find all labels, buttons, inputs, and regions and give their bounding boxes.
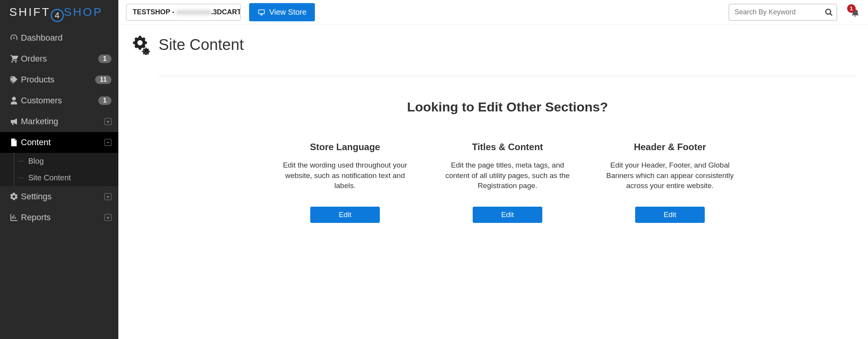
nav-orders[interactable]: Orders 1: [0, 48, 118, 69]
search-wrap: [729, 4, 837, 21]
view-store-label: View Store: [269, 8, 306, 17]
svg-rect-0: [259, 10, 265, 14]
nav-label: Reports: [21, 212, 104, 223]
sidebar: SHIFT4SHOP Dashboard Orders 1 Products 1…: [0, 0, 118, 339]
orders-badge: 1: [98, 55, 111, 63]
edit-store-language-button[interactable]: Edit: [310, 207, 380, 223]
cart-icon: [7, 54, 21, 63]
chart-icon: [7, 213, 21, 222]
store-id-blurred: xxxxxxxxxx: [176, 8, 211, 16]
nav-label: Products: [21, 75, 95, 85]
tags-icon: [7, 75, 21, 84]
nav-marketing[interactable]: Marketing +: [0, 111, 118, 132]
card-title: Header & Footer: [600, 142, 740, 152]
subnav-site-content[interactable]: Site Content: [14, 170, 118, 186]
svg-point-1: [826, 9, 831, 14]
nav-settings[interactable]: Settings +: [0, 186, 118, 207]
main-area: TESTSHOP - xxxxxxxxxx.3DCARTST View Stor…: [118, 0, 868, 339]
divider: [159, 76, 856, 76]
nav-label: Orders: [21, 54, 98, 64]
expand-icon: +: [104, 118, 111, 125]
card-desc: Edit the page titles, meta tags, and con…: [438, 160, 577, 193]
edit-titles-content-button[interactable]: Edit: [473, 207, 542, 223]
subnav-label: Site Content: [28, 173, 71, 182]
nav-dashboard[interactable]: Dashboard: [0, 27, 118, 48]
edit-header-footer-button[interactable]: Edit: [635, 207, 705, 223]
nav-reports[interactable]: Reports +: [0, 207, 118, 228]
card-store-language: Store Language Edit the wording used thr…: [275, 142, 415, 223]
store-prefix: TESTSHOP -: [133, 8, 176, 16]
monitor-icon: [258, 9, 265, 16]
bullhorn-icon: [7, 117, 21, 126]
file-icon: [7, 138, 21, 147]
nav-customers[interactable]: Customers 1: [0, 90, 118, 111]
card-titles-content: Titles & Content Edit the page titles, m…: [438, 142, 577, 223]
nav-label: Marketing: [21, 116, 104, 127]
search-input[interactable]: [729, 4, 837, 21]
notifications-button[interactable]: 1: [850, 7, 860, 17]
card-desc: Edit the wording used throughout your we…: [275, 160, 415, 193]
customers-badge: 1: [98, 96, 111, 105]
subnav-blog[interactable]: Blog: [14, 153, 118, 170]
dashboard-icon: [7, 33, 21, 43]
store-suffix: .3DCARTST: [211, 8, 241, 16]
nav-label: Content: [21, 137, 104, 147]
content-panel: Looking to Edit Other Sections? Store La…: [147, 60, 868, 246]
notification-badge: 1: [847, 4, 856, 13]
expand-icon: +: [104, 193, 111, 200]
store-name-box[interactable]: TESTSHOP - xxxxxxxxxx.3DCARTST: [126, 4, 241, 21]
nav-label: Customers: [21, 96, 98, 106]
brand-right: SHOP: [64, 5, 103, 18]
topbar: TESTSHOP - xxxxxxxxxx.3DCARTST View Stor…: [118, 0, 868, 25]
card-title: Titles & Content: [438, 142, 577, 152]
subnav-label: Blog: [28, 157, 44, 166]
section-heading: Looking to Edit Other Sections?: [159, 99, 856, 115]
main-nav: Dashboard Orders 1 Products 11 Customers…: [0, 26, 118, 228]
expand-icon: +: [104, 214, 111, 221]
card-desc: Edit your Header, Footer, and Global Ban…: [600, 160, 740, 193]
brand-logo: SHIFT4SHOP: [0, 0, 118, 26]
collapse-icon: −: [104, 139, 111, 146]
user-icon: [7, 96, 21, 105]
gear-icon: [7, 192, 21, 201]
nav-content[interactable]: Content −: [0, 132, 118, 153]
nav-products[interactable]: Products 11: [0, 69, 118, 90]
brand-left: SHIFT: [9, 5, 51, 18]
brand-four-icon: 4: [51, 9, 64, 22]
view-store-button[interactable]: View Store: [249, 3, 315, 21]
content-subnav: Blog Site Content: [0, 153, 118, 186]
page-header: Site Content: [118, 25, 868, 60]
search-icon[interactable]: [825, 8, 833, 17]
products-badge: 11: [95, 75, 111, 84]
cards-row: Store Language Edit the wording used thr…: [159, 142, 856, 223]
nav-label: Settings: [21, 192, 104, 202]
card-title: Store Language: [275, 142, 415, 152]
card-header-footer: Header & Footer Edit your Header, Footer…: [600, 142, 740, 223]
gears-icon: [130, 34, 151, 55]
nav-label: Dashboard: [21, 33, 111, 43]
page-title: Site Content: [159, 36, 244, 53]
